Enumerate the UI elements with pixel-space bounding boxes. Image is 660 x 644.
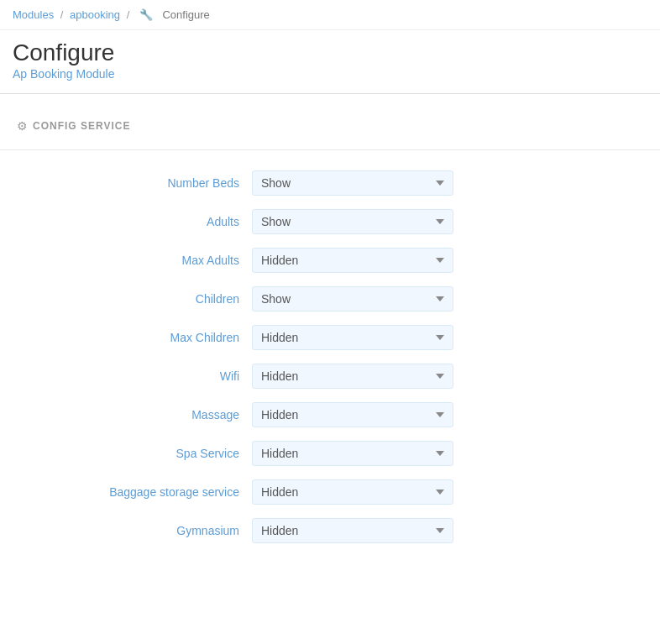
label-spa-service: Spa Service	[17, 447, 252, 460]
form-group-max-adults: Max AdultsShowHidden	[0, 244, 660, 276]
select-children[interactable]: ShowHidden	[252, 286, 453, 312]
section-title: CONFIG SERVICE	[33, 120, 130, 132]
breadcrumb-icon: 🔧	[139, 8, 156, 21]
breadcrumb-apbooking[interactable]: apbooking	[70, 8, 120, 21]
form-group-max-children: Max ChildrenShowHidden	[0, 322, 660, 353]
form-group-baggage-storage: Baggage storage serviceShowHidden	[0, 476, 660, 508]
select-number-beds[interactable]: ShowHidden	[252, 170, 453, 196]
section-divider	[0, 149, 660, 150]
form-group-children: ChildrenShowHidden	[0, 283, 660, 315]
label-massage: Massage	[17, 408, 252, 421]
breadcrumb-sep1: /	[60, 8, 66, 21]
label-max-adults: Max Adults	[17, 254, 252, 267]
select-adults[interactable]: ShowHidden	[252, 209, 453, 234]
breadcrumb-modules[interactable]: Modules	[13, 8, 54, 21]
form-group-spa-service: Spa ServiceShowHidden	[0, 437, 660, 469]
page-title: Configure	[13, 39, 647, 67]
page-subtitle: Ap Booking Module	[13, 67, 647, 81]
select-max-children[interactable]: ShowHidden	[252, 325, 453, 350]
breadcrumb: Modules / apbooking / 🔧 Configure	[0, 0, 660, 30]
form-group-wifi: WifiShowHidden	[0, 360, 660, 392]
label-baggage-storage: Baggage storage service	[17, 485, 252, 499]
select-max-adults[interactable]: ShowHidden	[252, 248, 453, 273]
select-baggage-storage[interactable]: ShowHidden	[252, 479, 453, 505]
form-group-gymnasium: GymnasiumShowHidden	[0, 515, 660, 547]
form-group-number-beds: Number BedsShowHidden	[0, 167, 660, 199]
label-gymnasium: Gymnasium	[17, 524, 252, 537]
form-group-adults: AdultsShowHidden	[0, 206, 660, 238]
gear-icon: ⚙	[17, 119, 28, 133]
form-group-massage: MassageShowHidden	[0, 399, 660, 431]
label-max-children: Max Children	[17, 331, 252, 344]
section-header: ⚙ CONFIG SERVICE	[0, 111, 660, 141]
label-adults: Adults	[17, 215, 252, 228]
select-wifi[interactable]: ShowHidden	[252, 364, 453, 389]
label-children: Children	[17, 292, 252, 306]
content-area: ⚙ CONFIG SERVICE Number BedsShowHiddenAd…	[0, 93, 660, 570]
select-gymnasium[interactable]: ShowHidden	[252, 518, 453, 543]
label-wifi: Wifi	[17, 369, 252, 383]
page-header: Configure Ap Booking Module	[0, 30, 660, 93]
form-fields: Number BedsShowHiddenAdultsShowHiddenMax…	[0, 167, 660, 547]
select-massage[interactable]: ShowHidden	[252, 402, 453, 427]
breadcrumb-sep2: /	[127, 8, 133, 21]
breadcrumb-current: Configure	[162, 8, 209, 21]
select-spa-service[interactable]: ShowHidden	[252, 441, 453, 466]
label-number-beds: Number Beds	[17, 176, 252, 190]
